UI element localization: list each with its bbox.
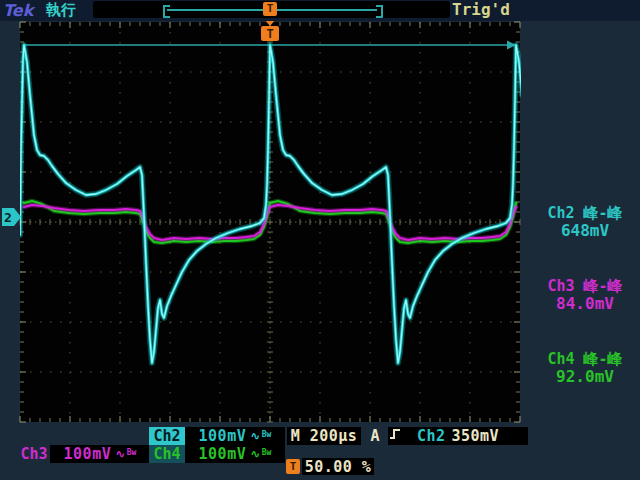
timebase-readout[interactable]: M 200µs [287,427,361,445]
ch3-scale-value: 100mV [64,445,112,463]
trigger-position-icon: T [286,459,300,474]
measurement-value: 648mV [531,222,639,239]
measurement-value: 84.0mV [531,295,639,312]
record-view-bar[interactable]: T [93,1,450,18]
trigger-position-icon[interactable]: T [263,2,277,16]
bandwidth-limit-icon: Bw [262,448,272,457]
trigger-mode-label: A [366,427,384,445]
window-left-bracket-icon [163,5,170,18]
measurement-ch3-pkpk[interactable]: Ch3 峰-峰 84.0mV [531,278,639,312]
measurement-label: Ch3 峰-峰 [531,278,639,295]
measurement-label: Ch4 峰-峰 [531,351,639,368]
tek-logo: Tek [3,1,33,20]
ch3-coupling-icons: ∿Bw [115,447,136,461]
rising-edge-icon [388,427,402,441]
top-status-bar: Tek 執行 T Trig'd [0,0,640,21]
trigger-source: Ch2 [417,427,446,445]
ch4-scale-value: 100mV [199,445,247,463]
bandwidth-limit-icon: Bw [127,448,137,457]
trigger-readout[interactable]: Ch2 350mV [388,427,528,445]
ac-wave-icon: ∿ [115,447,126,461]
ch4-scale-readout[interactable]: 100mV ∿Bw [185,445,285,463]
ch4-coupling-icons: ∿Bw [250,447,271,461]
svg-text:2: 2 [4,210,12,225]
ch3-scale-readout[interactable]: 100mV ∿Bw [50,445,150,463]
trigger-position-readout[interactable]: 50.00 % [302,458,374,475]
bandwidth-limit-icon: Bw [262,430,272,439]
measurement-ch4-pkpk[interactable]: Ch4 峰-峰 92.0mV [531,351,639,385]
timebase-value: 200µs [310,427,358,445]
measurement-ch2-pkpk[interactable]: Ch2 峰-峰 648mV [531,205,639,239]
ac-wave-icon: ∿ [250,429,261,443]
measurement-value: 92.0mV [531,368,639,385]
ch4-channel-button[interactable]: Ch4 [149,445,185,463]
ac-wave-icon: ∿ [250,447,261,461]
timebase-prefix: M [291,427,301,445]
ch2-channel-button[interactable]: Ch2 [149,427,185,445]
trigger-level: 350mV [451,427,499,445]
ch3-channel-button[interactable]: Ch3 [16,445,52,463]
ch2-position-marker[interactable]: 2 [2,208,21,226]
trigger-status: Trig'd [452,0,510,19]
ch2-coupling-icons: ∿Bw [250,429,271,443]
acquisition-status: 執行 [46,1,76,20]
oscilloscope-screen: T2 Tek 執行 T Trig'd Ch2 峰-峰 648mV Ch3 峰-峰… [0,0,640,480]
waveform-display: T2 [0,0,640,480]
ch2-scale-value: 100mV [199,427,247,445]
window-right-bracket-icon [376,5,383,18]
svg-text:T: T [266,27,273,41]
measurement-label: Ch2 峰-峰 [531,205,639,222]
ch2-scale-readout[interactable]: 100mV ∿Bw [185,427,285,445]
